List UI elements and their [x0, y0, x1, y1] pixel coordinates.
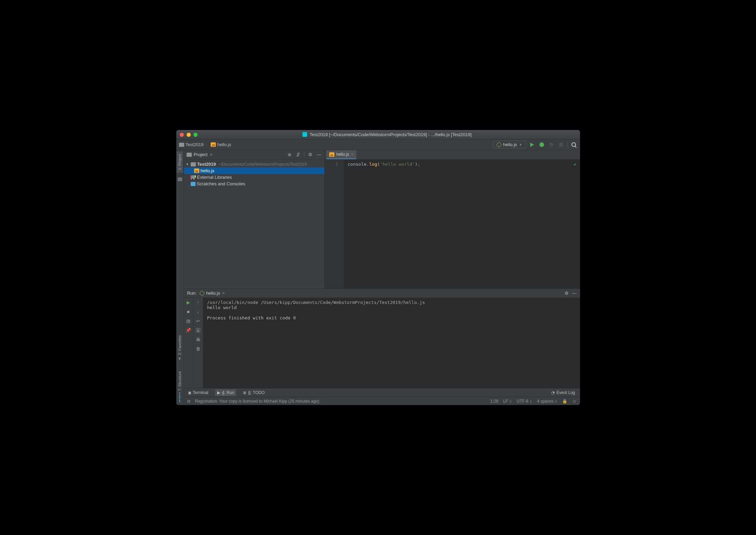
- window-controls: [180, 133, 198, 137]
- gear-icon[interactable]: ⚙: [565, 291, 569, 296]
- tree-root-name: Test2019: [197, 162, 216, 167]
- print-button[interactable]: 🖶: [196, 337, 201, 342]
- hide-panel-icon[interactable]: —: [572, 291, 577, 296]
- event-log-icon: ◔: [551, 390, 555, 395]
- chevron-down-icon[interactable]: ▼: [186, 163, 189, 166]
- minimize-window-button[interactable]: [187, 133, 191, 137]
- code-editor[interactable]: 1 console.log('hello world'); ✔: [325, 160, 580, 288]
- code-content[interactable]: console.log('hello world');: [344, 160, 580, 288]
- editor-tab-label: hello.js: [336, 152, 349, 157]
- hide-panel-icon[interactable]: —: [316, 152, 322, 157]
- close-window-button[interactable]: [180, 133, 184, 137]
- editor-area: hello.js × 1 console.log('hello world');…: [325, 150, 580, 288]
- play-icon: ▶: [217, 390, 220, 395]
- search-everywhere-button[interactable]: [570, 141, 577, 148]
- debug-button[interactable]: [538, 141, 545, 148]
- chevron-down-icon[interactable]: ▼: [210, 153, 213, 156]
- folder-icon: [191, 162, 196, 166]
- window-title: Test2019 [~/Documents/Code/WebstormProje…: [198, 132, 577, 137]
- nodejs-icon: [199, 290, 205, 296]
- up-trace-button[interactable]: ↑: [196, 300, 201, 305]
- inspector-icon[interactable]: ☺: [572, 399, 576, 404]
- ide-window: Test2019 [~/Documents/Code/WebstormProje…: [176, 130, 580, 405]
- line-gutter: 1: [325, 160, 344, 288]
- cursor-position[interactable]: 1:28: [490, 399, 498, 404]
- breadcrumb-file[interactable]: hello.js: [217, 142, 231, 147]
- run-panel-header: Run: hello.js × ⚙ —: [184, 289, 580, 298]
- tool-structure-tab[interactable]: 7: Structure: [177, 369, 183, 405]
- rerun-button[interactable]: ▶: [186, 300, 191, 305]
- folder-icon[interactable]: [178, 177, 182, 181]
- status-message: Registration: Your copy is licensed to M…: [195, 399, 320, 404]
- down-trace-button[interactable]: ↓: [196, 309, 201, 314]
- star-icon: ★: [177, 356, 182, 361]
- status-bar: ⧉ Registration: Your copy is licensed to…: [184, 397, 580, 405]
- tool-favorites-tab[interactable]: ★2: Favorites: [176, 332, 183, 364]
- webstorm-icon: [302, 132, 307, 137]
- breadcrumbs[interactable]: Test2019 〉 hello.js: [179, 142, 493, 148]
- navigation-bar: Test2019 〉 hello.js hello.js ▼ ↻: [176, 140, 580, 150]
- soft-wrap-button[interactable]: ↩: [196, 318, 201, 324]
- run-config-dropdown[interactable]: hello.js ▼: [493, 141, 526, 149]
- list-icon: ≣: [243, 390, 246, 395]
- bug-icon: [540, 142, 544, 147]
- stop-button[interactable]: [558, 141, 565, 148]
- tree-scratches[interactable]: Scratches and Consoles: [184, 181, 324, 187]
- scratches-icon: [191, 182, 196, 186]
- todo-tab[interactable]: ≣6: TODO: [241, 389, 267, 396]
- bottom-tool-bar: ▣Terminal ▶4: Run ≣6: TODO ◔Event Log: [184, 388, 580, 397]
- terminal-tab[interactable]: ▣Terminal: [187, 389, 211, 396]
- locate-icon[interactable]: ⊕: [287, 152, 292, 157]
- external-libraries-icon: [191, 175, 196, 179]
- scroll-to-end-button[interactable]: ⤓: [196, 328, 201, 333]
- clear-output-button[interactable]: 🗑: [196, 346, 201, 351]
- project-tree: ▼ Test2019 ~/Documents/Code/WebstormProj…: [184, 160, 324, 188]
- run-panel: Run: hello.js × ⚙ — ▶ ■ ▤: [184, 288, 580, 388]
- run-config-name: hello.js: [503, 142, 517, 147]
- run-panel-label: Run:: [187, 291, 197, 296]
- structure-icon: [179, 392, 180, 402]
- coverage-button[interactable]: ↻: [548, 141, 555, 148]
- tree-file-label: hello.js: [201, 168, 214, 173]
- stop-run-button[interactable]: ■: [186, 309, 191, 314]
- js-file-icon: [329, 152, 334, 157]
- gear-icon[interactable]: ⚙: [308, 152, 313, 157]
- tree-file-hello[interactable]: hello.js: [184, 167, 324, 174]
- inspection-ok-icon[interactable]: ✔: [574, 162, 577, 167]
- tool-project-tab[interactable]: 1: Project: [177, 151, 183, 173]
- line-separator[interactable]: LF ⇕: [503, 399, 512, 404]
- editor-tabs: hello.js ×: [325, 150, 580, 160]
- tree-external-libraries[interactable]: External Libraries: [184, 174, 324, 181]
- nodejs-icon: [496, 142, 502, 148]
- run-tab-hello[interactable]: hello.js ×: [200, 291, 225, 296]
- run-tab-label: hello.js: [206, 291, 220, 296]
- project-panel-header: Project ▼ ⊕ ⇵ ⚙ —: [184, 150, 324, 160]
- js-file-icon: [211, 142, 216, 147]
- close-run-tab-button[interactable]: ×: [222, 291, 225, 296]
- play-icon: [530, 143, 534, 147]
- run-button[interactable]: [529, 141, 536, 148]
- collapse-icon[interactable]: ⇵: [296, 152, 301, 157]
- event-log-tab[interactable]: ◔Event Log: [549, 389, 577, 396]
- pin-button[interactable]: 📌: [186, 328, 191, 333]
- folder-icon: [187, 153, 192, 157]
- file-encoding[interactable]: UTF-8 ⇕: [517, 399, 532, 404]
- tool-windows-toggle[interactable]: ⧉: [187, 399, 190, 404]
- chevron-down-icon: ▼: [519, 143, 522, 146]
- project-panel-title[interactable]: Project: [194, 152, 208, 157]
- indent-setting[interactable]: 4 spaces ⇕: [537, 399, 557, 404]
- run-output[interactable]: /usr/local/bin/node /Users/kipp/Document…: [203, 298, 580, 388]
- editor-tab-hello[interactable]: hello.js ×: [326, 150, 356, 159]
- lock-icon[interactable]: 🔒: [562, 399, 567, 404]
- folder-icon: [179, 143, 184, 147]
- close-tab-button[interactable]: ×: [351, 152, 354, 157]
- maximize-window-button[interactable]: [193, 133, 198, 137]
- layout-button[interactable]: ▤: [186, 318, 191, 324]
- breadcrumb-project[interactable]: Test2019: [186, 142, 204, 147]
- tree-root[interactable]: ▼ Test2019 ~/Documents/Code/WebstormProj…: [184, 161, 324, 167]
- tree-root-path: ~/Documents/Code/WebstormProjects/Test20…: [219, 162, 307, 167]
- stop-icon: [559, 143, 563, 146]
- run-tab[interactable]: ▶4: Run: [215, 389, 236, 396]
- chevron-right-icon: 〉: [205, 142, 209, 148]
- terminal-icon: ▣: [189, 390, 191, 395]
